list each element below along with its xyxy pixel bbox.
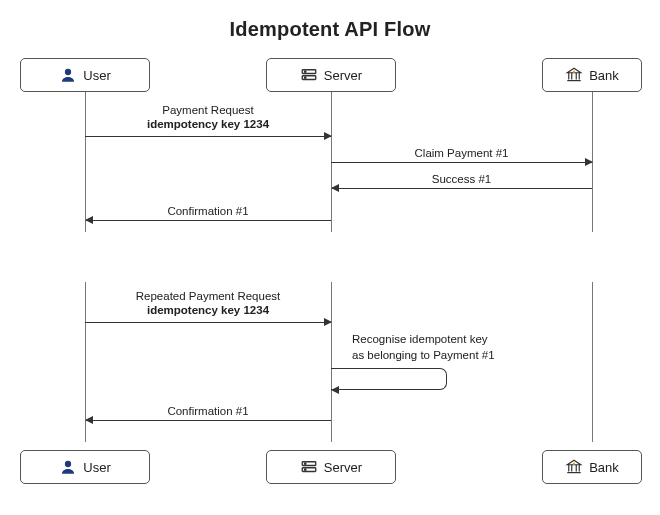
svg-point-15: [304, 469, 305, 470]
msg5-line: [85, 322, 331, 323]
msg1-arrow: [324, 132, 332, 140]
svg-point-4: [304, 77, 305, 78]
diagram-title: Idempotent API Flow: [0, 18, 660, 41]
svg-point-3: [304, 71, 305, 72]
msg1-line1: Payment Request: [162, 104, 253, 116]
lifeline-server-bottom: [331, 282, 332, 442]
msg6-label: Confirmation #1: [85, 404, 331, 418]
bank-icon: [565, 458, 583, 476]
msg6-line: [86, 420, 331, 421]
msg5-line2: idempotency key 1234: [147, 304, 269, 316]
msg5-label: Repeated Payment Request idempotency key…: [85, 289, 331, 318]
svg-point-11: [65, 461, 71, 467]
msg1-line2: idempotency key 1234: [147, 118, 269, 130]
actor-bank-bottom: Bank: [542, 450, 642, 484]
msg6-arrow: [85, 416, 93, 424]
bank-icon: [565, 66, 583, 84]
actor-user-label: User: [83, 460, 110, 475]
msg3-arrow: [331, 184, 339, 192]
self-note-l2: as belonging to Payment #1: [352, 349, 495, 361]
diagram-stage: Idempotent API Flow User Server Bank Pay…: [0, 0, 660, 515]
actor-server-label: Server: [324, 460, 362, 475]
msg4-label: Confirmation #1: [85, 204, 331, 218]
msg2-label: Claim Payment #1: [331, 146, 592, 160]
actor-server-top: Server: [266, 58, 396, 92]
svg-point-10: [573, 71, 575, 73]
actor-bank-label: Bank: [589, 68, 619, 83]
user-icon: [59, 66, 77, 84]
actor-server-bottom: Server: [266, 450, 396, 484]
self-loop: [331, 368, 447, 390]
msg4-line: [86, 220, 331, 221]
lifeline-bank-bottom: [592, 282, 593, 442]
self-note: Recognise idempotent key as belonging to…: [352, 332, 495, 363]
msg1-label: Payment Request idempotency key 1234: [85, 103, 331, 132]
msg2-line: [331, 162, 592, 163]
svg-point-21: [573, 463, 575, 465]
server-icon: [300, 66, 318, 84]
svg-point-14: [304, 463, 305, 464]
msg5-arrow: [324, 318, 332, 326]
msg4-arrow: [85, 216, 93, 224]
actor-user-bottom: User: [20, 450, 150, 484]
self-loop-arrow: [331, 386, 339, 394]
svg-point-0: [65, 69, 71, 75]
msg3-label: Success #1: [331, 172, 592, 186]
actor-server-label: Server: [324, 68, 362, 83]
self-note-l1: Recognise idempotent key: [352, 333, 488, 345]
server-icon: [300, 458, 318, 476]
msg1-line: [85, 136, 331, 137]
actor-user-top: User: [20, 58, 150, 92]
actor-bank-top: Bank: [542, 58, 642, 92]
actor-bank-label: Bank: [589, 460, 619, 475]
msg2-arrow: [585, 158, 593, 166]
msg3-line: [332, 188, 592, 189]
user-icon: [59, 458, 77, 476]
msg5-line1: Repeated Payment Request: [136, 290, 280, 302]
actor-user-label: User: [83, 68, 110, 83]
